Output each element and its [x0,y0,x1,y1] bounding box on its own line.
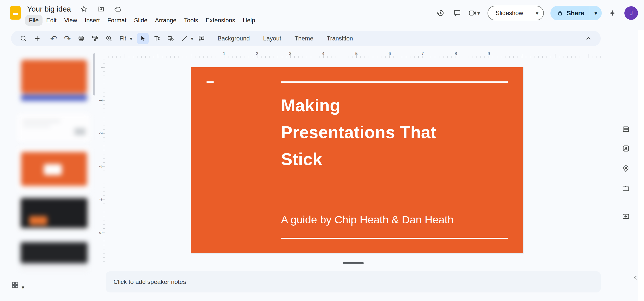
slide-thumbnail-1[interactable] [18,57,91,105]
contacts-icon[interactable] [620,143,631,154]
textbox-tool-button[interactable] [151,33,163,44]
titlebar: Your big idea File Edit View Insert Form… [0,0,644,30]
thumbnail-4-preview [18,195,91,231]
menu-item-edit[interactable]: Edit [43,15,60,26]
menu-item-help[interactable]: Help [239,15,259,26]
ruler-number: 9 [486,51,492,56]
line-caret-icon[interactable]: ▾ [191,36,193,41]
ruler-number: 5 [353,51,359,56]
slide-thumbnail-3[interactable] [18,147,91,191]
zoom-button[interactable] [103,33,115,44]
print-button[interactable] [75,33,87,44]
new-slide-plus-button[interactable] [31,33,43,44]
slides-logo-bar [13,13,18,15]
thumbnail-2-preview [18,114,91,142]
slideshow-dropdown-button[interactable]: ▾ [531,6,544,20]
cloud-saved-icon[interactable] [114,5,122,13]
present-screen-icon[interactable] [620,211,631,222]
avatar[interactable]: J [624,6,638,20]
background-button[interactable]: Background [212,33,255,44]
undo-icon: ↶ [50,34,57,43]
speaker-notes-input[interactable]: Click to add speaker notes [106,271,601,292]
side-panel-collapse-button[interactable] [630,273,640,283]
shapes-tool-button[interactable] [165,33,176,44]
slide-title-line: Stick [281,146,522,173]
meet-call-button[interactable]: ▾ [468,9,482,18]
transition-button[interactable]: Transition [321,33,358,44]
menu-item-slide[interactable]: Slide [130,15,151,26]
share-dropdown-button[interactable]: ▾ [590,6,602,20]
thumbnail-5-preview [18,241,91,270]
grid-view-caret-icon[interactable]: ▾ [22,285,24,290]
star-icon[interactable] [79,5,88,13]
menu-item-insert[interactable]: Insert [81,15,104,26]
ruler-number: 3 [99,163,103,170]
slide-title-text[interactable]: Making Presentations That Stick [281,92,522,173]
zoom-select-value: Fit [119,35,126,42]
menu-item-file[interactable]: File [25,15,43,26]
slideshow-caret-icon: ▾ [536,11,539,16]
horizontal-ruler: 1 2 3 4 5 6 7 8 9 [106,51,601,59]
ruler-number: 3 [287,51,293,56]
document-title[interactable]: Your big idea [27,5,71,13]
menu-item-tools[interactable]: Tools [180,15,202,26]
slide-thumbnail-2[interactable] [18,114,91,142]
share-caret-icon: ▾ [594,11,597,16]
notes-drag-handle[interactable] [343,262,364,264]
comments-icon[interactable] [451,7,464,20]
menu-item-extensions[interactable]: Extensions [202,15,239,26]
speaker-notes-placeholder: Click to add speaker notes [113,278,186,285]
ruler-number: 5 [99,229,103,236]
undo-button[interactable]: ↶ [48,33,59,44]
slide-top-rule [281,81,508,83]
move-folder-icon[interactable] [97,5,105,13]
ruler-number: 7 [420,51,426,56]
slide-subtitle-text[interactable]: A guide by Chip Heath & Dan Heath [281,214,454,226]
slideshow-button[interactable]: Slideshow [488,6,531,20]
menu-item-arrange[interactable]: Arrange [151,15,180,26]
insert-comment-button[interactable] [196,33,207,44]
zoom-caret-icon: ▾ [130,36,133,41]
meet-caret-icon[interactable]: ▾ [477,11,480,16]
ruler-number: 4 [99,196,103,203]
slide-thumbnail-5[interactable] [18,241,91,270]
slide-thumbnail-4[interactable] [18,195,91,231]
theme-button[interactable]: Theme [289,33,319,44]
toolbar-collapse-button[interactable] [583,33,594,44]
menu-item-view[interactable]: View [60,15,81,26]
share-button-label: Share [567,10,584,17]
select-tool-button[interactable] [137,33,149,44]
ruler-number: 1 [99,97,103,104]
lock-icon [556,10,564,17]
search-icon[interactable] [18,33,29,44]
version-history-icon[interactable] [434,7,447,20]
filmstrip-scrollbar[interactable] [93,53,95,95]
slide-title-line: Presentations That [281,119,522,146]
layout-button[interactable]: Layout [258,33,287,44]
summary-card-icon[interactable] [620,124,631,135]
ruler-number: 6 [387,51,393,56]
zoom-select[interactable]: Fit ▾ [117,33,135,44]
redo-button[interactable]: ↷ [62,33,73,44]
grid-view-button[interactable] [11,281,19,290]
slide-left-dash-decoration [207,81,214,83]
slide-canvas[interactable]: Making Presentations That Stick A guide … [191,67,523,253]
toolbar: ↶ ↷ Fit ▾ ▾ Background Layout Theme Tran… [11,31,601,46]
paint-format-button[interactable] [89,33,101,44]
maps-person-pin-icon[interactable] [620,163,631,174]
thumbnail-1-preview [18,57,91,105]
slide-bottom-rule [281,238,508,239]
ruler-number: 1 [221,51,227,56]
side-panel-divider [638,30,638,301]
gemini-sparkle-icon[interactable] [606,7,619,20]
vertical-ruler: 1 2 3 4 5 [98,59,106,263]
share-button[interactable]: Share [550,6,590,20]
slides-logo-icon[interactable] [10,6,21,20]
side-panel-strip [638,30,644,301]
line-tool-button[interactable] [179,33,190,44]
menu-item-format[interactable]: Format [104,15,130,26]
ruler-number: 8 [453,51,459,56]
line-tool-group: ▾ [179,33,193,44]
ruler-number: 4 [320,51,326,56]
folder-icon[interactable] [620,183,631,194]
